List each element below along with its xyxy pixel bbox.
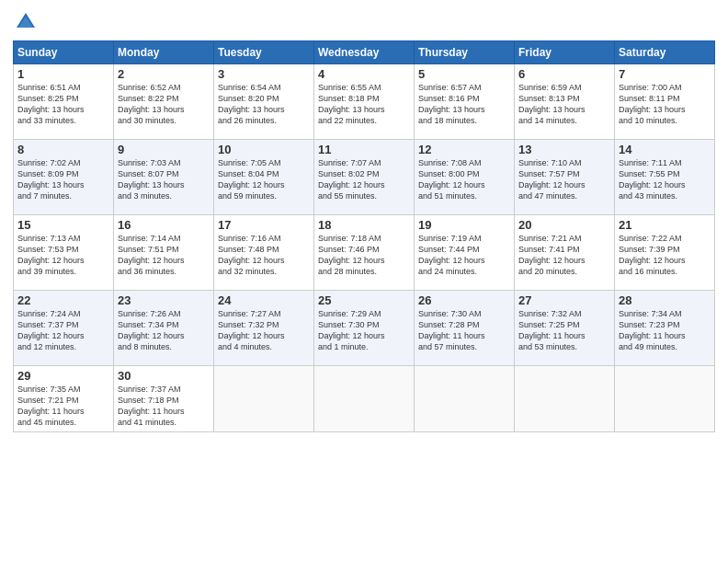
day-number: 17: [218, 218, 310, 232]
day-info: Sunrise: 7:16 AM Sunset: 7:48 PM Dayligh…: [218, 233, 310, 278]
day-info: Sunrise: 6:55 AM Sunset: 8:18 PM Dayligh…: [318, 82, 410, 127]
day-info: Sunrise: 6:51 AM Sunset: 8:25 PM Dayligh…: [17, 82, 109, 127]
calendar-cell: 10Sunrise: 7:05 AM Sunset: 8:04 PM Dayli…: [214, 140, 314, 215]
calendar-cell: 24Sunrise: 7:27 AM Sunset: 7:32 PM Dayli…: [214, 291, 314, 366]
header-friday: Friday: [515, 41, 615, 64]
day-info: Sunrise: 7:26 AM Sunset: 7:34 PM Dayligh…: [118, 308, 210, 353]
calendar-cell: 16Sunrise: 7:14 AM Sunset: 7:51 PM Dayli…: [114, 215, 214, 291]
day-number: 20: [518, 218, 610, 232]
calendar-cell: 5Sunrise: 6:57 AM Sunset: 8:16 PM Daylig…: [415, 64, 515, 140]
day-info: Sunrise: 7:27 AM Sunset: 7:32 PM Dayligh…: [218, 308, 310, 353]
day-number: 14: [619, 143, 711, 156]
day-number: 11: [318, 143, 410, 156]
day-info: Sunrise: 6:54 AM Sunset: 8:20 PM Dayligh…: [218, 82, 310, 127]
calendar-cell: 17Sunrise: 7:16 AM Sunset: 7:48 PM Dayli…: [214, 215, 314, 291]
calendar-cell: [515, 366, 615, 432]
day-info: Sunrise: 7:35 AM Sunset: 7:21 PM Dayligh…: [17, 384, 109, 429]
day-number: 6: [518, 67, 610, 81]
day-number: 4: [318, 67, 410, 81]
day-info: Sunrise: 7:24 AM Sunset: 7:37 PM Dayligh…: [17, 308, 109, 353]
calendar-cell: 13Sunrise: 7:10 AM Sunset: 7:57 PM Dayli…: [515, 140, 615, 215]
calendar-cell: 22Sunrise: 7:24 AM Sunset: 7:37 PM Dayli…: [14, 291, 114, 366]
day-info: Sunrise: 7:05 AM Sunset: 8:04 PM Dayligh…: [218, 157, 310, 202]
calendar-cell: 9Sunrise: 7:03 AM Sunset: 8:07 PM Daylig…: [114, 140, 214, 215]
calendar-cell: 14Sunrise: 7:11 AM Sunset: 7:55 PM Dayli…: [615, 140, 715, 215]
day-info: Sunrise: 7:11 AM Sunset: 7:55 PM Dayligh…: [619, 157, 711, 202]
day-info: Sunrise: 7:08 AM Sunset: 8:00 PM Dayligh…: [418, 157, 510, 202]
day-info: Sunrise: 7:18 AM Sunset: 7:46 PM Dayligh…: [318, 233, 410, 278]
day-number: 9: [118, 143, 210, 156]
day-number: 25: [318, 293, 410, 307]
calendar-cell: [415, 366, 515, 432]
header-saturday: Saturday: [615, 41, 715, 64]
day-number: 26: [418, 293, 510, 307]
day-info: Sunrise: 7:13 AM Sunset: 7:53 PM Dayligh…: [17, 233, 109, 278]
day-info: Sunrise: 7:19 AM Sunset: 7:44 PM Dayligh…: [418, 233, 510, 278]
day-number: 30: [118, 369, 210, 383]
day-header-row: Sunday Monday Tuesday Wednesday Thursday…: [14, 41, 715, 64]
day-info: Sunrise: 7:37 AM Sunset: 7:18 PM Dayligh…: [118, 384, 210, 429]
calendar-cell: 23Sunrise: 7:26 AM Sunset: 7:34 PM Dayli…: [114, 291, 214, 366]
day-number: 22: [17, 293, 109, 307]
calendar-cell: [214, 366, 314, 432]
day-number: 24: [218, 293, 310, 307]
calendar-cell: 25Sunrise: 7:29 AM Sunset: 7:30 PM Dayli…: [314, 291, 415, 366]
calendar-cell: 3Sunrise: 6:54 AM Sunset: 8:20 PM Daylig…: [214, 64, 314, 140]
day-number: 21: [619, 218, 711, 232]
calendar-cell: 8Sunrise: 7:02 AM Sunset: 8:09 PM Daylig…: [14, 140, 114, 215]
calendar-cell: 15Sunrise: 7:13 AM Sunset: 7:53 PM Dayli…: [14, 215, 114, 291]
day-number: 18: [318, 218, 410, 232]
calendar-cell: 1Sunrise: 6:51 AM Sunset: 8:25 PM Daylig…: [14, 64, 114, 140]
header-sunday: Sunday: [14, 41, 114, 64]
calendar-cell: 20Sunrise: 7:21 AM Sunset: 7:41 PM Dayli…: [515, 215, 615, 291]
day-number: 23: [118, 293, 210, 307]
calendar-cell: 30Sunrise: 7:37 AM Sunset: 7:18 PM Dayli…: [114, 366, 214, 432]
day-info: Sunrise: 7:34 AM Sunset: 7:23 PM Dayligh…: [619, 308, 711, 353]
calendar-cell: 29Sunrise: 7:35 AM Sunset: 7:21 PM Dayli…: [14, 366, 114, 432]
header-monday: Monday: [114, 41, 214, 64]
header: [13, 9, 715, 35]
calendar-cell: 28Sunrise: 7:34 AM Sunset: 7:23 PM Dayli…: [615, 291, 715, 366]
day-number: 29: [17, 369, 109, 383]
day-number: 27: [518, 293, 610, 307]
logo-icon: [13, 9, 39, 35]
calendar-cell: 4Sunrise: 6:55 AM Sunset: 8:18 PM Daylig…: [314, 64, 415, 140]
logo: [13, 9, 42, 35]
day-number: 13: [518, 143, 610, 156]
calendar-cell: 19Sunrise: 7:19 AM Sunset: 7:44 PM Dayli…: [415, 215, 515, 291]
day-number: 28: [619, 293, 711, 307]
day-info: Sunrise: 7:30 AM Sunset: 7:28 PM Dayligh…: [418, 308, 510, 353]
calendar-cell: 7Sunrise: 7:00 AM Sunset: 8:11 PM Daylig…: [615, 64, 715, 140]
day-number: 7: [619, 67, 711, 81]
calendar-cell: [615, 366, 715, 432]
calendar-table: Sunday Monday Tuesday Wednesday Thursday…: [13, 40, 715, 432]
calendar-cell: 27Sunrise: 7:32 AM Sunset: 7:25 PM Dayli…: [515, 291, 615, 366]
day-number: 15: [17, 218, 109, 232]
day-number: 2: [118, 67, 210, 81]
day-number: 1: [17, 67, 109, 81]
day-info: Sunrise: 7:22 AM Sunset: 7:39 PM Dayligh…: [619, 233, 711, 278]
calendar-cell: 11Sunrise: 7:07 AM Sunset: 8:02 PM Dayli…: [314, 140, 415, 215]
day-info: Sunrise: 7:14 AM Sunset: 7:51 PM Dayligh…: [118, 233, 210, 278]
header-wednesday: Wednesday: [314, 41, 415, 64]
day-number: 12: [418, 143, 510, 156]
day-info: Sunrise: 7:29 AM Sunset: 7:30 PM Dayligh…: [318, 308, 410, 353]
day-info: Sunrise: 6:59 AM Sunset: 8:13 PM Dayligh…: [518, 82, 610, 127]
day-info: Sunrise: 6:57 AM Sunset: 8:16 PM Dayligh…: [418, 82, 510, 127]
day-info: Sunrise: 7:07 AM Sunset: 8:02 PM Dayligh…: [318, 157, 410, 202]
calendar-cell: 21Sunrise: 7:22 AM Sunset: 7:39 PM Dayli…: [615, 215, 715, 291]
day-info: Sunrise: 7:00 AM Sunset: 8:11 PM Dayligh…: [619, 82, 711, 127]
day-info: Sunrise: 7:03 AM Sunset: 8:07 PM Dayligh…: [118, 157, 210, 202]
calendar-cell: 6Sunrise: 6:59 AM Sunset: 8:13 PM Daylig…: [515, 64, 615, 140]
day-number: 10: [218, 143, 310, 156]
calendar-cell: 12Sunrise: 7:08 AM Sunset: 8:00 PM Dayli…: [415, 140, 515, 215]
day-info: Sunrise: 7:21 AM Sunset: 7:41 PM Dayligh…: [518, 233, 610, 278]
calendar-cell: [314, 366, 415, 432]
day-number: 16: [118, 218, 210, 232]
day-info: Sunrise: 7:10 AM Sunset: 7:57 PM Dayligh…: [518, 157, 610, 202]
calendar-cell: 2Sunrise: 6:52 AM Sunset: 8:22 PM Daylig…: [114, 64, 214, 140]
day-info: Sunrise: 6:52 AM Sunset: 8:22 PM Dayligh…: [118, 82, 210, 127]
day-info: Sunrise: 7:32 AM Sunset: 7:25 PM Dayligh…: [518, 308, 610, 353]
day-number: 8: [17, 143, 109, 156]
header-tuesday: Tuesday: [214, 41, 314, 64]
